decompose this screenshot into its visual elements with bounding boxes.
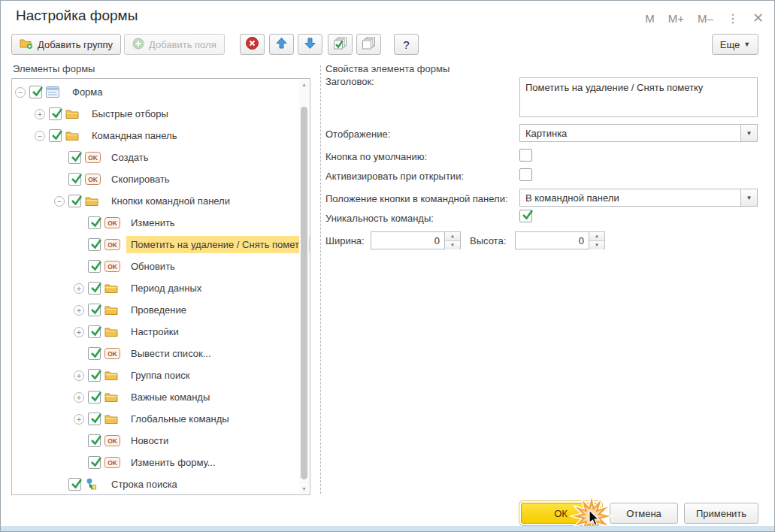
scale-m-plus-button[interactable]: M+: [668, 12, 684, 25]
tree-item-checkbox[interactable]: [49, 107, 62, 120]
expander-plus-icon[interactable]: +: [74, 305, 84, 316]
tree-item-checkbox[interactable]: [29, 86, 42, 98]
tree-scrollbar[interactable]: ▲ ▼: [299, 80, 309, 494]
spin-down-icon[interactable]: ▼: [445, 241, 460, 249]
activate-on-open-label: Активизировать при открытии:: [325, 171, 464, 182]
folder-icon: [104, 326, 120, 337]
tree-item-checkbox[interactable]: [88, 369, 101, 382]
button-position-label: Положение кнопки в командной панели:: [325, 193, 508, 204]
expander-minus-icon[interactable]: −: [15, 87, 26, 98]
tree-item[interactable]: OKВывести список...: [12, 343, 299, 364]
expander-minus-icon[interactable]: −: [54, 196, 65, 207]
tree-item-checkbox[interactable]: [68, 478, 81, 491]
kebab-menu-icon[interactable]: ⋮: [727, 11, 739, 26]
apply-button[interactable]: Применить: [684, 503, 758, 524]
height-field-label: Высота:: [470, 235, 506, 246]
tree-item[interactable]: OKИзменить: [12, 212, 299, 234]
tree-item-label: Создать: [107, 149, 153, 166]
tree-item[interactable]: −Кнопки командной панели: [12, 190, 299, 212]
tree-item[interactable]: OKИзменить форму...: [12, 452, 299, 473]
width-stepper[interactable]: 0 ▲▼: [371, 231, 461, 249]
delete-button[interactable]: [240, 34, 265, 55]
expander-plus-icon[interactable]: +: [35, 109, 45, 119]
expander-plus-icon[interactable]: +: [74, 283, 84, 294]
expander-plus-icon[interactable]: +: [74, 414, 84, 425]
title-field-label: Заголовок:: [325, 76, 374, 87]
add-group-folder-icon: [20, 38, 33, 51]
tree-item[interactable]: −Форма: [12, 81, 299, 103]
more-button[interactable]: Еще ▼: [712, 34, 758, 55]
dropdown-arrow-icon[interactable]: ▼: [740, 125, 757, 141]
expander-plus-icon[interactable]: +: [74, 370, 84, 381]
tree-item-checkbox[interactable]: [88, 456, 101, 469]
dropdown-arrow-icon[interactable]: ▼: [740, 189, 757, 206]
tree-item[interactable]: Строка поиска: [12, 473, 299, 495]
close-icon[interactable]: ✕: [752, 10, 764, 26]
add-group-button[interactable]: Добавить группу: [11, 34, 121, 55]
tree-item-checkbox[interactable]: [88, 391, 101, 404]
tree-item[interactable]: +Быстрые отборы: [12, 103, 299, 125]
width-spin-buttons[interactable]: ▲▼: [444, 232, 460, 249]
tree-item[interactable]: +Проведение: [12, 299, 299, 321]
svg-text:OK: OK: [107, 350, 118, 358]
tree-item-checkbox[interactable]: [68, 195, 81, 207]
tree-item[interactable]: +Важные команды: [12, 386, 299, 408]
scroll-down-icon[interactable]: ▼: [299, 484, 309, 494]
default-button-checkbox[interactable]: [519, 149, 532, 162]
scroll-up-icon[interactable]: ▲: [299, 80, 309, 89]
height-spin-buttons[interactable]: ▲▼: [589, 232, 604, 249]
tree-item-checkbox[interactable]: [68, 151, 81, 164]
tree-item-checkbox[interactable]: [88, 304, 101, 316]
tree-item[interactable]: OKСоздать: [12, 147, 299, 168]
tree-item[interactable]: OKОбновить: [12, 255, 299, 277]
move-down-button[interactable]: [298, 34, 322, 55]
tree-item-checkbox[interactable]: [68, 173, 81, 186]
move-up-icon: [275, 37, 288, 52]
button-position-select[interactable]: В командной панели ▼: [519, 189, 758, 207]
tree-item-checkbox[interactable]: [88, 260, 101, 273]
activate-on-open-checkbox[interactable]: [519, 168, 532, 181]
spin-up-icon[interactable]: ▲: [445, 232, 460, 241]
tree-item[interactable]: −Командная панель: [12, 125, 299, 147]
tree-item[interactable]: OKНовости: [12, 430, 299, 452]
scrollbar-thumb[interactable]: [301, 107, 307, 479]
height-stepper[interactable]: 0 ▲▼: [515, 231, 605, 249]
tree-item-label: Изменить форму...: [126, 454, 220, 471]
tree-item-checkbox[interactable]: [88, 325, 101, 338]
expander-plus-icon[interactable]: +: [74, 392, 84, 403]
properties-caption: Свойства элемента формы: [325, 63, 450, 74]
tree-item[interactable]: OKСкопировать: [12, 168, 299, 190]
check-all-button[interactable]: [328, 34, 353, 55]
tree-item[interactable]: +Период данных: [12, 277, 299, 299]
tree-item[interactable]: OKПометить на удаление / Снять пометку: [12, 234, 299, 255]
tree-item[interactable]: +Глобальные команды: [12, 408, 299, 430]
ok-button[interactable]: ОК: [521, 503, 601, 524]
tree-item-checkbox[interactable]: [88, 347, 101, 360]
move-up-button[interactable]: [269, 34, 294, 55]
folder-icon: [65, 130, 81, 141]
tree-item-checkbox[interactable]: [88, 238, 101, 251]
expander-plus-icon[interactable]: +: [74, 327, 84, 337]
expander-minus-icon[interactable]: −: [35, 131, 45, 141]
tree-item-checkbox[interactable]: [88, 216, 101, 229]
spin-down-icon[interactable]: ▼: [589, 241, 604, 249]
folder-icon: [85, 195, 101, 207]
help-button[interactable]: ?: [394, 34, 419, 55]
panel-separator: [320, 65, 321, 494]
cancel-button[interactable]: Отмена: [610, 503, 678, 524]
tree-item-checkbox[interactable]: [88, 413, 101, 425]
display-select[interactable]: Картинка ▼: [519, 124, 758, 142]
tree-item-checkbox[interactable]: [88, 434, 101, 447]
uncheck-all-button[interactable]: [356, 34, 381, 55]
command-unique-checkbox[interactable]: [519, 210, 532, 222]
spin-up-icon[interactable]: ▲: [589, 232, 604, 241]
uncheck-all-icon: [362, 37, 376, 52]
tree-item[interactable]: +Настройки: [12, 321, 299, 343]
title-field-input[interactable]: Пометить на удаление / Снять пометку: [519, 77, 758, 117]
scale-m-button[interactable]: M: [645, 12, 655, 25]
scale-m-minus-button[interactable]: M–: [698, 12, 713, 25]
tree-item[interactable]: +Группа поиск: [12, 364, 299, 386]
tree-item-checkbox[interactable]: [49, 129, 62, 142]
tree-item-checkbox[interactable]: [88, 282, 101, 295]
tree-item-label: Новости: [126, 432, 173, 449]
